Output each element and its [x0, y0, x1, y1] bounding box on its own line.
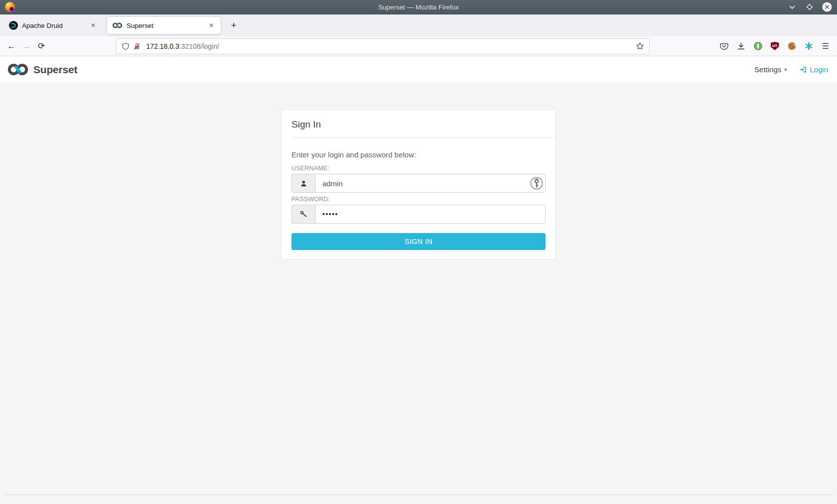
firefox-logo-icon: [5, 2, 15, 12]
superset-navbar: Superset Settings ▾ Login: [0, 56, 837, 83]
login-label: Login: [810, 65, 828, 74]
url-host: 172.18.0.3: [146, 42, 179, 50]
user-icon: [300, 180, 307, 187]
sign-in-title: Sign In: [291, 119, 546, 130]
tracking-protection-shield-icon[interactable]: [122, 42, 130, 50]
url-text: 172.18.0.3:32108/login/: [146, 42, 219, 50]
username-addon: [291, 174, 315, 193]
tab-apache-druid[interactable]: Apache Druid ✕: [4, 14, 103, 36]
sign-in-icon: [800, 66, 807, 73]
menu-icon[interactable]: ☰: [818, 39, 833, 54]
brand-title: Superset: [33, 64, 77, 76]
pocket-icon[interactable]: [716, 39, 731, 54]
sign-in-button[interactable]: SIGN IN: [291, 233, 546, 250]
footer-divider: [4, 495, 833, 495]
downloads-icon[interactable]: [733, 39, 748, 54]
password-addon: [291, 205, 315, 224]
key-icon: [299, 210, 307, 218]
back-button[interactable]: ←: [4, 39, 19, 54]
superset-favicon-icon: [112, 22, 123, 28]
tab-bar: Apache Druid ✕ Superset ✕ +: [0, 14, 837, 36]
url-bar[interactable]: 172.18.0.3:32108/login/: [116, 38, 650, 54]
forward-button[interactable]: →: [19, 39, 34, 54]
caret-down-icon: ▾: [784, 67, 787, 72]
window-minimize-button[interactable]: [787, 2, 797, 12]
insecure-lock-icon[interactable]: [133, 42, 141, 50]
ublock-origin-icon[interactable]: uO: [767, 39, 782, 54]
spark-extension-icon[interactable]: [801, 39, 816, 54]
tab-close-icon[interactable]: ✕: [207, 21, 216, 30]
tab-close-icon[interactable]: ✕: [89, 21, 98, 30]
browser-toolbar: ← → ⟳ 172.18.0.3:32108/login/ uO ☰: [0, 36, 837, 56]
druid-favicon-icon: [9, 21, 18, 30]
tab-superset[interactable]: Superset ✕: [107, 16, 221, 34]
sign-in-card: Sign In Enter your login and password be…: [281, 110, 556, 259]
privacy-extension-icon[interactable]: [750, 39, 765, 54]
username-label: USERNAME:: [291, 165, 546, 172]
url-path: :32108/login/: [179, 42, 219, 50]
login-link[interactable]: Login: [800, 65, 828, 74]
keepassxc-autofill-icon[interactable]: [530, 177, 543, 190]
page-content: Sign In Enter your login and password be…: [0, 83, 837, 504]
card-divider: [291, 137, 556, 137]
tab-title: Superset: [127, 22, 207, 29]
settings-menu[interactable]: Settings ▾: [754, 65, 787, 74]
cookie-extension-icon[interactable]: [784, 39, 799, 54]
window-titlebar: Superset — Mozilla Firefox: [0, 0, 837, 14]
window-close-button[interactable]: [822, 2, 832, 12]
ublock-badge-text: uO: [772, 43, 777, 48]
password-input[interactable]: [315, 205, 546, 224]
password-label: PASSWORD:: [291, 196, 546, 203]
window-maximize-button[interactable]: [805, 2, 815, 12]
tab-title: Apache Druid: [22, 22, 89, 29]
superset-brand-link[interactable]: Superset: [7, 63, 77, 76]
superset-logo-icon: [7, 63, 29, 76]
new-tab-button[interactable]: +: [226, 18, 241, 33]
bookmark-star-icon[interactable]: [636, 42, 644, 50]
username-input[interactable]: [315, 174, 546, 193]
reload-button[interactable]: ⟳: [34, 39, 49, 54]
settings-label: Settings: [754, 65, 781, 74]
sign-in-instruction: Enter your login and password below:: [291, 150, 546, 159]
window-title: Superset — Mozilla Firefox: [0, 3, 837, 11]
